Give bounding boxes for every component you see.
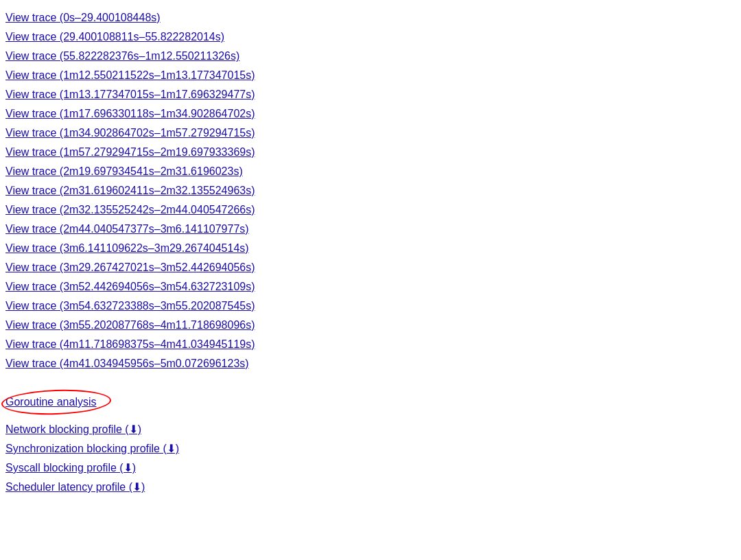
trace-link-3[interactable]: View trace (1m12.550211522s–1m13.1773470… bbox=[5, 66, 736, 85]
trace-link-6[interactable]: View trace (1m34.902864702s–1m57.2792947… bbox=[5, 124, 736, 143]
trace-link-16[interactable]: View trace (3m55.202087768s–4m11.7186980… bbox=[5, 316, 736, 335]
trace-link-8[interactable]: View trace (2m19.697934541s–2m31.6196023… bbox=[5, 162, 736, 181]
trace-link-7[interactable]: View trace (1m57.279294715s–2m19.6979333… bbox=[5, 143, 736, 162]
goroutine-analysis-link[interactable]: Goroutine analysis bbox=[5, 393, 97, 412]
trace-link-1[interactable]: View trace (29.400108811s–55.822282014s) bbox=[5, 27, 736, 47]
goroutine-link-wrapper: Goroutine analysis bbox=[5, 393, 97, 412]
goroutine-section: Goroutine analysis bbox=[5, 393, 736, 415]
trace-link-10[interactable]: View trace (2m32.135525242s–2m44.0405472… bbox=[5, 200, 736, 220]
trace-link-2[interactable]: View trace (55.822282376s–1m12.550211326… bbox=[5, 47, 736, 66]
trace-link-0[interactable]: View trace (0s–29.400108448s) bbox=[5, 8, 736, 27]
profile-section: Network blocking profile (⬇)Synchronizat… bbox=[5, 420, 736, 497]
trace-link-4[interactable]: View trace (1m13.177347015s–1m17.6963294… bbox=[5, 85, 736, 104]
profile-link-3[interactable]: Scheduler latency profile (⬇) bbox=[5, 478, 736, 497]
trace-link-5[interactable]: View trace (1m17.696330118s–1m34.9028647… bbox=[5, 104, 736, 124]
trace-link-13[interactable]: View trace (3m29.267427021s–3m52.4426940… bbox=[5, 258, 736, 277]
trace-link-14[interactable]: View trace (3m52.442694056s–3m54.6327231… bbox=[5, 277, 736, 296]
profile-link-2[interactable]: Syscall blocking profile (⬇) bbox=[5, 458, 736, 478]
trace-links-section: View trace (0s–29.400108448s)View trace … bbox=[5, 8, 736, 497]
profile-link-1[interactable]: Synchronization blocking profile (⬇) bbox=[5, 439, 736, 458]
profile-link-0[interactable]: Network blocking profile (⬇) bbox=[5, 420, 736, 439]
trace-link-15[interactable]: View trace (3m54.632723388s–3m55.2020875… bbox=[5, 296, 736, 316]
trace-link-17[interactable]: View trace (4m11.718698375s–4m41.0349451… bbox=[5, 335, 736, 354]
trace-list: View trace (0s–29.400108448s)View trace … bbox=[5, 8, 736, 373]
trace-link-11[interactable]: View trace (2m44.040547377s–3m6.14110797… bbox=[5, 220, 736, 239]
trace-link-12[interactable]: View trace (3m6.141109622s–3m29.26740451… bbox=[5, 239, 736, 258]
trace-link-18[interactable]: View trace (4m41.034945956s–5m0.07269612… bbox=[5, 354, 736, 373]
trace-link-9[interactable]: View trace (2m31.619602411s–2m32.1355249… bbox=[5, 181, 736, 200]
